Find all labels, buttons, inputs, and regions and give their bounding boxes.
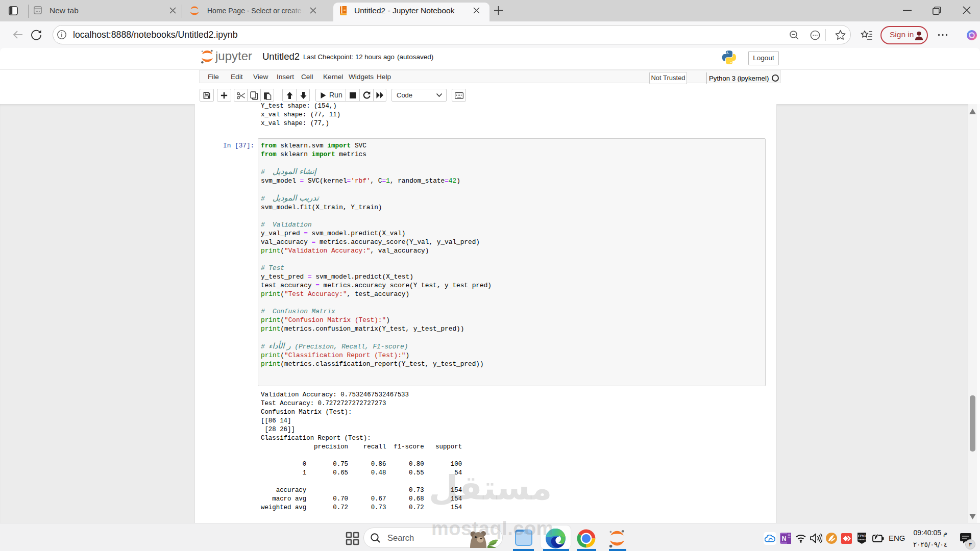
svg-text:N: N — [782, 535, 787, 542]
svg-text:GAMES: GAMES — [858, 538, 866, 541]
svg-text:EPIC: EPIC — [858, 534, 866, 538]
